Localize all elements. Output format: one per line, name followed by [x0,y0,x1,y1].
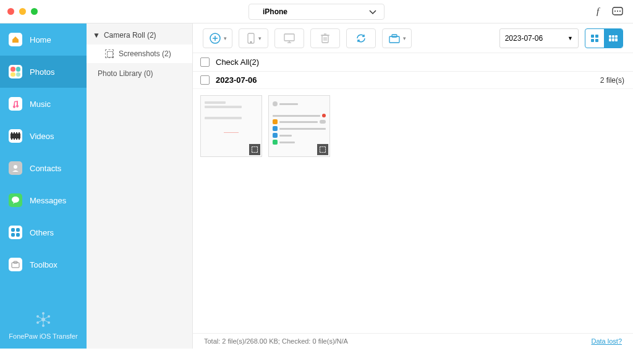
delete-button[interactable] [310,28,340,48]
sidebar-item-label: Videos [30,132,54,141]
brand-text: FonePaw iOS Transfer [0,332,87,340]
refresh-button[interactable] [346,28,376,48]
titlebar: iPhone f [0,0,633,23]
svg-rect-45 [392,35,397,37]
date-filter-dropdown[interactable]: 2023-07-06 ▼ [499,28,579,48]
sidebar-item-label: Home [30,35,51,44]
svg-point-34 [250,41,252,43]
maximize-window-button[interactable] [31,8,38,15]
home-icon [9,33,22,46]
chevron-down-icon: ▾ [403,35,406,41]
sidebar-item-label: Toolbox [30,260,57,269]
svg-point-3 [619,11,621,12]
status-text: Total: 2 file(s)/268.00 KB; Checked: 0 f… [204,337,348,345]
sub-item-camera-roll[interactable]: ▼ Camera Roll (2) [87,26,192,44]
svg-point-1 [614,11,616,12]
device-name: iPhone [263,7,363,16]
toolbox-button[interactable]: ▾ [382,28,412,48]
sub-item-screenshots[interactable]: Screenshots (2) [87,44,192,63]
svg-rect-35 [284,34,294,41]
screenshot-badge-icon [249,144,260,155]
videos-icon [9,129,22,143]
sub-item-label: Screenshots (2) [119,49,171,58]
svg-rect-9 [11,138,12,140]
svg-rect-6 [14,132,15,133]
sidebar-item-label: Music [30,99,51,109]
sub-sidebar: ▼ Camera Roll (2) Screenshots (2) Photo … [87,23,193,349]
sidebar-item-label: Others [30,228,54,237]
thumbnail-grid: ———— [193,89,633,163]
sidebar-item-music[interactable]: Music [0,88,87,120]
sidebar-item-others[interactable]: Others [0,216,87,248]
sidebar-footer: FonePaw iOS Transfer [0,310,87,349]
chevron-down-icon: ▾ [258,35,261,41]
sidebar-item-photos[interactable]: Photos [0,56,87,88]
svg-point-13 [14,165,17,169]
content-area: ▾ ▾ ▾ 2023-07-06 ▼ [193,23,633,349]
date-filter-value: 2023-07-06 [505,34,543,43]
window-controls [0,8,38,15]
group-date-label: 2023-07-06 [216,75,257,85]
svg-rect-12 [19,138,20,140]
svg-rect-4 [11,133,20,138]
svg-rect-7 [16,132,17,133]
sidebar-item-label: Photos [30,67,54,77]
close-window-button[interactable] [7,8,14,15]
export-to-device-button[interactable]: ▾ [239,28,268,48]
triangle-down-icon: ▼ [93,31,100,40]
facebook-icon[interactable]: f [591,6,605,18]
date-group-row: 2023-07-06 2 file(s) [193,72,633,89]
add-button[interactable]: ▾ [203,28,232,48]
svg-rect-8 [19,132,20,133]
svg-rect-5 [11,132,12,133]
minimize-window-button[interactable] [19,8,26,15]
sidebar-item-label: Messages [30,196,66,205]
sub-item-label: Camera Roll (2) [104,31,156,40]
thumbnail-item[interactable]: ———— [200,95,262,157]
group-checkbox[interactable] [200,75,210,85]
svg-rect-11 [16,138,17,140]
others-icon [9,226,22,239]
status-bar: Total: 2 file(s)/268.00 KB; Checked: 0 f… [193,333,633,349]
triangle-down-icon: ▼ [567,35,573,41]
screenshot-badge-icon [317,144,328,155]
svg-rect-10 [14,138,15,140]
view-grid-small[interactable] [604,29,622,48]
main-sidebar: Home Photos Music Videos Contacts [0,23,87,349]
check-all-label: Check All(2) [216,57,259,67]
data-lost-link[interactable]: Data lost? [591,337,622,345]
device-selector[interactable]: iPhone [249,4,384,20]
sidebar-item-home[interactable]: Home [0,23,87,56]
content-toolbar: ▾ ▾ ▾ 2023-07-06 ▼ [193,23,633,53]
sub-item-label: Photo Library (0) [98,69,153,78]
contacts-icon [9,161,22,175]
feedback-icon[interactable] [611,6,624,18]
sidebar-item-label: Contacts [30,164,61,173]
sub-item-photo-library[interactable]: Photo Library (0) [87,63,192,84]
sidebar-item-contacts[interactable]: Contacts [0,152,87,184]
view-toggle [585,28,623,48]
chevron-down-icon: ▾ [224,35,227,41]
sidebar-item-messages[interactable]: Messages [0,184,87,216]
group-file-count: 2 file(s) [600,76,624,85]
check-all-row: Check All(2) [193,53,633,72]
music-icon [9,97,22,111]
thumbnail-item[interactable] [268,95,330,157]
sidebar-item-videos[interactable]: Videos [0,120,87,152]
screenshot-icon [105,49,114,58]
chevron-down-icon [369,6,376,17]
toolbox-icon [9,258,22,271]
messages-icon [9,193,22,207]
svg-point-2 [617,11,618,12]
brand-icon [34,310,53,329]
check-all-checkbox[interactable] [200,57,210,67]
photos-icon [9,65,22,78]
view-grid-large[interactable] [585,29,604,48]
export-to-pc-button[interactable] [274,28,304,48]
svg-point-14 [12,197,19,203]
sidebar-item-toolbox[interactable]: Toolbox [0,248,87,281]
